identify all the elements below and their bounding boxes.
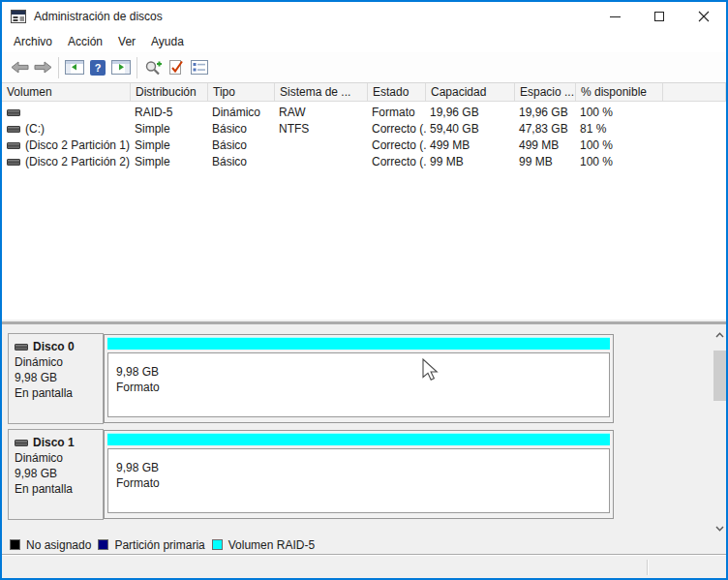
disk-icon: [15, 440, 28, 446]
partition-body: 9,98 GB Formato: [107, 352, 610, 417]
volume-capacity: 19,96 GB: [426, 105, 515, 121]
status-bar-divider: [647, 560, 648, 575]
vertical-scrollbar[interactable]: [713, 327, 726, 535]
volume-name: (Disco 2 Partición 1): [25, 137, 130, 154]
disk-status: En pantalla: [15, 481, 103, 497]
volume-percent-free: 100 %: [576, 154, 663, 170]
raid5-color-bar: [107, 433, 610, 445]
help-icon: ?: [90, 60, 106, 76]
partition-size: 9,98 GB: [116, 460, 609, 475]
scroll-down-button[interactable]: [713, 521, 726, 535]
window-title: Administración de discos: [34, 2, 163, 31]
properties-list-icon: [191, 60, 208, 75]
console-tree-toggle-button[interactable]: [63, 56, 86, 79]
volume-capacity: 99 MB: [426, 154, 515, 170]
menu-accion[interactable]: Acción: [60, 31, 110, 52]
maximize-icon: [654, 12, 664, 21]
disk-0-block: Disco 0 Dinámico 9,98 GB En pantalla 9,9…: [2, 333, 713, 424]
caption-buttons: [592, 2, 726, 31]
toolbar-separator: [136, 57, 137, 78]
legend-bar: No asignado Partición primaria Volumen R…: [2, 535, 726, 554]
volume-icon: [7, 109, 20, 116]
volume-icon: [7, 142, 20, 149]
volume-type: Dinámico: [208, 105, 275, 121]
column-header-sistema[interactable]: Sistema de ...: [275, 83, 368, 102]
rescan-disks-button[interactable]: [141, 56, 165, 79]
disk-icon: [15, 344, 28, 351]
minimize-button[interactable]: [592, 2, 637, 31]
title-bar: Administración de discos: [2, 2, 726, 31]
scrollbar-thumb[interactable]: [713, 351, 726, 401]
check-document-icon: [168, 59, 184, 76]
volume-name: (C:): [25, 121, 45, 137]
disk-size: 9,98 GB: [15, 466, 103, 481]
volume-row-c[interactable]: (C:) Simple Básico NTFS Correcto (... 59…: [2, 121, 726, 137]
disk-1-header[interactable]: Disco 1 Dinámico 9,98 GB En pantalla: [8, 429, 104, 520]
disk-0-partition[interactable]: 9,98 GB Formato: [104, 334, 614, 423]
disk-type: Dinámico: [15, 450, 103, 466]
properties-button[interactable]: [188, 56, 211, 79]
volume-percent-free: 100 %: [576, 105, 663, 121]
partition-size: 9,98 GB: [116, 364, 609, 380]
column-header-estado[interactable]: Estado: [368, 83, 426, 102]
menu-ver[interactable]: Ver: [110, 31, 143, 52]
maximize-button[interactable]: [637, 2, 682, 31]
legend-primary-partition: Partición primaria: [98, 538, 204, 552]
action-pane-toggle-button[interactable]: [109, 56, 133, 79]
forward-button[interactable]: [31, 56, 54, 79]
column-header-capacidad[interactable]: Capacidad: [426, 83, 515, 102]
close-icon: [698, 11, 710, 22]
disk-1-block: Disco 1 Dinámico 9,98 GB En pantalla 9,9…: [2, 429, 713, 520]
help-button[interactable]: ?: [86, 56, 109, 79]
volume-distribution: Simple: [131, 137, 208, 154]
volume-filesystem: RAW: [275, 105, 368, 121]
pane-splitter[interactable]: [2, 320, 726, 327]
volume-row-disco2-part2[interactable]: (Disco 2 Partición 2) Simple Básico Corr…: [2, 154, 726, 170]
volume-capacity: 499 MB: [426, 137, 515, 154]
disk-management-window: Administración de discos Archivo Acción …: [0, 0, 728, 580]
scroll-up-button[interactable]: [713, 327, 726, 342]
volume-filesystem: [275, 154, 368, 170]
legend-label: No asignado: [26, 538, 91, 552]
volume-name: (Disco 2 Partición 2): [25, 154, 130, 170]
disk-name: Disco 1: [33, 436, 75, 449]
splitter-bar: [2, 321, 726, 324]
raid5-color-bar: [107, 337, 610, 350]
volume-filesystem: NTFS: [275, 121, 368, 137]
partition-status: Formato: [116, 475, 609, 491]
legend-unallocated: No asignado: [10, 538, 91, 552]
menu-archivo[interactable]: Archivo: [6, 31, 60, 52]
volume-status: Correcto (...: [368, 137, 426, 154]
back-button[interactable]: [8, 56, 31, 79]
check-document-button[interactable]: [165, 56, 188, 79]
unallocated-swatch: [10, 539, 20, 550]
forward-arrow-icon: [34, 61, 52, 74]
volume-rows: RAID-5 Dinámico RAW Formato 19,96 GB 19,…: [2, 102, 726, 170]
rescan-disks-icon: [143, 60, 163, 76]
partition-body: 9,98 GB Formato: [107, 448, 610, 513]
disk-type: Dinámico: [15, 354, 103, 370]
disk-0-header[interactable]: Disco 0 Dinámico 9,98 GB En pantalla: [8, 333, 104, 424]
disk-1-partition[interactable]: 9,98 GB Formato: [104, 430, 614, 519]
menu-ayuda[interactable]: Ayuda: [143, 31, 192, 52]
disk-graph-view: Disco 0 Dinámico 9,98 GB En pantalla 9,9…: [2, 327, 726, 535]
column-header-volumen[interactable]: Volumen: [2, 83, 131, 102]
volume-row-disco2-part1[interactable]: (Disco 2 Partición 1) Simple Básico Corr…: [2, 137, 726, 154]
volume-status: Correcto (...: [368, 154, 426, 170]
disk-size: 9,98 GB: [15, 370, 103, 385]
close-button[interactable]: [682, 2, 726, 31]
column-header-espacio[interactable]: Espacio ...: [515, 83, 576, 102]
volume-type: Básico: [208, 137, 275, 154]
volume-status: Correcto (...: [368, 121, 426, 137]
column-header-distribucion[interactable]: Distribución: [131, 83, 208, 102]
volume-filesystem: [275, 137, 368, 154]
volume-list: Volumen Distribución Tipo Sistema de ...…: [2, 83, 726, 321]
toolbar: ?: [2, 52, 726, 83]
volume-row-raid5[interactable]: RAID-5 Dinámico RAW Formato 19,96 GB 19,…: [2, 105, 726, 121]
column-header-tipo[interactable]: Tipo: [208, 83, 275, 102]
volume-distribution: RAID-5: [131, 105, 208, 121]
console-tree-icon: [65, 60, 84, 75]
column-header-disponible[interactable]: % disponible: [576, 83, 663, 102]
volume-type: Básico: [208, 154, 275, 170]
menu-bar: Archivo Acción Ver Ayuda: [2, 31, 726, 52]
